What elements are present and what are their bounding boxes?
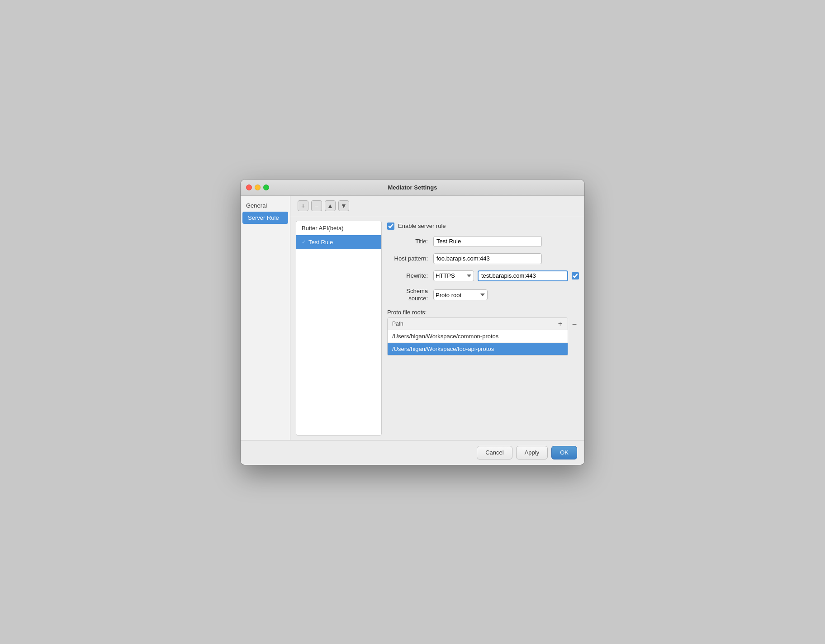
title-bar: Mediator Settings: [241, 180, 584, 196]
sidebar-item-server-rule[interactable]: Server Rule: [242, 212, 288, 224]
rewrite-row: Rewrite: HTTP HTTPS: [387, 270, 579, 281]
rule-item-butter-api[interactable]: Butter API(beta): [296, 221, 381, 235]
test-rule-label: Test Rule: [308, 239, 333, 246]
rewrite-checkbox[interactable]: [572, 272, 579, 279]
title-row: Title:: [387, 236, 579, 247]
toolbar: + − ▲ ▼: [290, 196, 584, 216]
proto-table-side: −: [570, 317, 579, 356]
proto-table-header: Path +: [388, 318, 568, 330]
apply-button[interactable]: Apply: [516, 446, 548, 459]
host-pattern-label: Host pattern:: [387, 255, 428, 262]
sidebar: General Server Rule: [241, 196, 290, 440]
main-panel: + − ▲ ▼ Butter API(beta): [290, 196, 584, 440]
enable-label: Enable server rule: [398, 223, 446, 229]
rewrite-controls: HTTP HTTPS: [433, 270, 579, 281]
remove-rule-button[interactable]: −: [311, 200, 322, 211]
window-title: Mediator Settings: [388, 184, 437, 191]
settings-window: Mediator Settings General Server Rule + …: [241, 180, 584, 465]
proto-roots-table-row: Path + /Users/higan/Workspace/common-pro…: [387, 317, 579, 356]
proto-row-0[interactable]: /Users/higan/Workspace/common-protos: [388, 330, 568, 343]
minimize-button[interactable]: [255, 185, 261, 190]
settings-panel: Enable server rule Title: Host pattern:: [387, 221, 579, 436]
host-pattern-input[interactable]: [433, 253, 542, 264]
proto-table-body: /Users/higan/Workspace/common-protos /Us…: [388, 330, 568, 355]
close-button[interactable]: [246, 185, 252, 190]
footer: Cancel Apply OK: [241, 440, 584, 465]
remove-proto-root-button[interactable]: −: [570, 320, 579, 329]
add-proto-root-button[interactable]: +: [557, 320, 563, 327]
check-icon: ✓: [302, 239, 306, 245]
move-down-button[interactable]: ▼: [338, 200, 349, 211]
cancel-button[interactable]: Cancel: [477, 446, 512, 459]
move-up-button[interactable]: ▲: [325, 200, 336, 211]
split-pane: Butter API(beta) ✓ Test Rule Enable serv…: [290, 216, 584, 440]
schema-source-row: Schemasource: Proto root Reflection: [387, 288, 579, 303]
title-label: Title:: [387, 238, 428, 245]
traffic-lights: [246, 185, 269, 190]
host-pattern-row: Host pattern:: [387, 253, 579, 264]
rewrite-label: Rewrite:: [387, 272, 428, 279]
title-input[interactable]: [433, 236, 542, 247]
proto-file-roots-label: Proto file roots:: [387, 309, 579, 316]
content-area: General Server Rule + − ▲ ▼: [241, 196, 584, 440]
maximize-button[interactable]: [263, 185, 269, 190]
proto-table: Path + /Users/higan/Workspace/common-pro…: [387, 317, 568, 356]
ok-button[interactable]: OK: [551, 446, 577, 459]
path-column-header: Path: [392, 321, 403, 327]
rules-list: Butter API(beta) ✓ Test Rule: [296, 221, 382, 436]
butter-api-label: Butter API(beta): [302, 225, 344, 232]
rewrite-host-input[interactable]: [478, 270, 568, 281]
add-rule-button[interactable]: +: [298, 200, 308, 211]
schema-source-select[interactable]: Proto root Reflection: [433, 289, 488, 300]
schema-source-label: Schemasource:: [387, 288, 428, 303]
proto-row-1[interactable]: /Users/higan/Workspace/foo-api-protos: [388, 343, 568, 355]
enable-checkbox[interactable]: [387, 223, 394, 230]
rule-item-test-rule[interactable]: ✓ Test Rule: [296, 235, 381, 249]
enable-row: Enable server rule: [387, 223, 579, 230]
rewrite-protocol-select[interactable]: HTTP HTTPS: [433, 270, 474, 281]
proto-roots-section: Proto file roots: Path + /Users/higan/Wo…: [387, 309, 579, 433]
sidebar-item-general[interactable]: General: [241, 199, 290, 212]
